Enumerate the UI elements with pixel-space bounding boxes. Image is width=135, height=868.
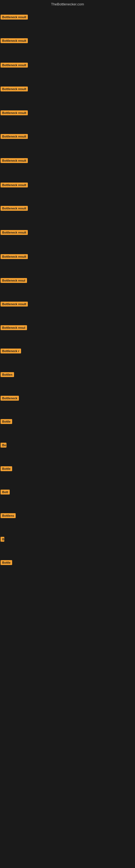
bottleneck-badge: Bottle xyxy=(1,466,12,471)
bottleneck-item: Bottlen xyxy=(1,372,14,378)
bottleneck-item: Bottleneck resul xyxy=(1,325,27,331)
bottleneck-item: Bottleneck result xyxy=(1,206,28,212)
bottleneck-badge: Bottleneck xyxy=(1,396,19,401)
bottleneck-badge: Bo xyxy=(1,443,6,447)
bottleneck-item: Bottleneck result xyxy=(1,230,28,236)
bottleneck-badge: Bottleneck result xyxy=(1,14,28,20)
bottleneck-badge: Bott xyxy=(1,490,10,495)
bottleneck-badge: Bottlen xyxy=(1,372,14,377)
bottleneck-item: Bott xyxy=(1,490,10,496)
bottleneck-item: Bottleneck result xyxy=(1,302,28,308)
bottleneck-item: Bottle xyxy=(1,560,12,566)
bottleneck-badge: Bottlens xyxy=(1,513,16,518)
bottleneck-badge: Bottleneck result xyxy=(1,158,28,163)
bottleneck-badge: Bottleneck result xyxy=(1,38,28,43)
bottleneck-item: Bottlens xyxy=(1,513,16,519)
bottleneck-item: Bottle xyxy=(1,419,12,425)
bottleneck-badge: Bottleneck r xyxy=(1,348,21,353)
bottleneck-badge: Bottleneck result xyxy=(1,87,28,91)
bottleneck-item: Bottleneck resul xyxy=(1,278,27,284)
bottleneck-badge: Bottleneck result xyxy=(1,230,28,235)
bottleneck-badge: B xyxy=(1,537,4,542)
bottleneck-badge: Bottleneck result xyxy=(1,134,28,139)
bottleneck-badge: Bottleneck result xyxy=(1,206,28,211)
bottleneck-item: Bottleneck xyxy=(1,396,19,402)
bottleneck-item: Bottleneck result xyxy=(1,254,28,260)
bottleneck-item: Bottleneck result xyxy=(1,87,28,93)
bottleneck-item: Bottle xyxy=(1,466,12,472)
bottleneck-badge: Bottleneck result xyxy=(1,302,28,307)
bottleneck-badge: Bottle xyxy=(1,419,12,424)
bottleneck-badge: Bottleneck result xyxy=(1,111,28,115)
bottleneck-item: Bottleneck r xyxy=(1,348,21,354)
bottleneck-item: Bottleneck result xyxy=(1,158,28,164)
bottleneck-badge: Bottleneck result xyxy=(1,63,28,67)
items-container: Bottleneck resultBottleneck resultBottle… xyxy=(0,7,135,868)
bottleneck-badge: Bottleneck resul xyxy=(1,278,27,283)
bottleneck-item: Bottleneck result xyxy=(1,134,28,140)
bottleneck-badge: Bottleneck result xyxy=(1,183,28,187)
bottleneck-item: Bottleneck result xyxy=(1,38,28,44)
bottleneck-item: Bottleneck result xyxy=(1,111,28,116)
bottleneck-item: B xyxy=(1,537,4,543)
bottleneck-item: Bottleneck result xyxy=(1,14,28,21)
bottleneck-badge: Bottleneck result xyxy=(1,254,28,259)
bottleneck-item: Bottleneck result xyxy=(1,63,28,69)
bottleneck-badge: Bottle xyxy=(1,560,12,565)
bottleneck-item: Bo xyxy=(1,443,6,448)
bottleneck-badge: Bottleneck resul xyxy=(1,325,27,330)
bottleneck-item: Bottleneck result xyxy=(1,183,28,188)
site-header: TheBottlenecker.com xyxy=(0,0,135,7)
